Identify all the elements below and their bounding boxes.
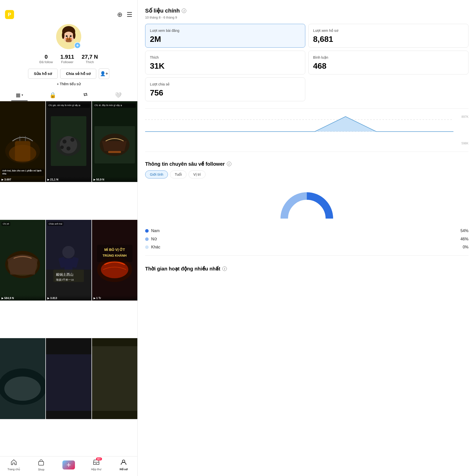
left-panel: P ⊕ ☰ <box>0 0 138 476</box>
date-range: 10 tháng 8 - 6 tháng 9 <box>145 16 468 19</box>
video-thumb[interactable]: ▶ 50,9 N Chị ơi, đây là món gì vậy ạ <box>92 101 137 182</box>
stat-followers: 1.911 Follower <box>60 54 74 64</box>
nav-create[interactable]: + <box>60 460 77 469</box>
svg-point-44 <box>101 261 128 278</box>
add-bio-link[interactable]: + Thêm tiểu sử <box>57 82 80 86</box>
header-icons: ⊕ ☰ <box>117 11 132 19</box>
svg-rect-52 <box>46 354 91 411</box>
video-thumb[interactable]: 戴锅土西山 海拔3千米一18 ▶ 3.813 Chào anh trai <box>46 220 91 301</box>
video-top-caption-3: Chị ơi, đây là món gì vậy ạ <box>93 103 136 108</box>
video-thumbnail-9 <box>92 338 137 419</box>
tab-row: ▦ ▾ 🔒 🤍 <box>0 89 137 101</box>
svg-point-50 <box>4 376 41 401</box>
metric-profile-views-label: Lượt xem hồ sơ <box>313 29 464 33</box>
tab-pills: Giới tính Tuổi Vị trí <box>145 170 468 178</box>
video-thumb[interactable]: ▶ 21,1 N Chị gái, cái này là món gì vậy … <box>46 101 91 182</box>
metric-shares: Lượt chia sẻ 756 <box>145 77 305 101</box>
menu-icon[interactable]: ☰ <box>127 11 132 19</box>
nav-home[interactable]: Trang chủ <box>5 459 23 471</box>
divider-3 <box>145 255 468 256</box>
legend-dot-nam <box>145 229 149 233</box>
dual-circle-icon[interactable]: ⊕ <box>117 11 123 19</box>
avatar-add-button[interactable]: + <box>74 42 81 49</box>
metrics-title: Số liệu chính <box>145 8 180 14</box>
metric-post-views-label: Lượt xem bài đăng <box>150 29 301 33</box>
video-overlay-3: ▶ 50,9 N <box>92 176 137 182</box>
svg-text:海拔3千米一18: 海拔3千米一18 <box>56 278 74 281</box>
legend-label-khac: Khác <box>151 245 160 249</box>
create-icon: + <box>62 460 75 469</box>
metric-profile-views: Lượt xem hồ sơ 8,681 <box>308 24 468 48</box>
legend-value-khac: 0% <box>463 245 468 249</box>
metrics-grid: Lượt xem bài đăng 2M Lượt xem hồ sơ 8,68… <box>145 24 468 74</box>
tab-grid[interactable]: ▦ ▾ <box>11 89 28 101</box>
metrics-info-icon[interactable]: i <box>182 9 186 13</box>
legend-items: Nam 54% Nữ 46% Khác 0% <box>145 229 468 249</box>
follower-info-icon[interactable]: i <box>227 162 231 166</box>
edit-profile-button[interactable]: Sửa hồ sơ <box>28 69 58 79</box>
video-overlay-6: ▶ 1 Tr <box>92 295 137 301</box>
nav-inbox[interactable]: 99+ Hộp thư <box>87 459 105 471</box>
share-profile-button[interactable]: Chia sẻ hồ sơ <box>60 69 96 79</box>
metric-likes: Thích 31K <box>145 51 305 74</box>
video-overlay-1: ▶ 3.697 <box>0 176 45 182</box>
inbox-icon: 99+ <box>93 459 100 467</box>
nav-home-label: Trang chủ <box>8 468 20 471</box>
divider-2 <box>145 152 468 152</box>
metric-comments-label: Bình luận <box>313 55 464 59</box>
legend-dot-khac <box>145 245 149 249</box>
stat-likes: 27,7 N Thích <box>82 54 98 64</box>
metric-likes-label: Thích <box>150 55 301 59</box>
video-top-caption-2: Chị gái, cái này là món gì vậy ạ <box>47 103 90 108</box>
video-grid: ▶ 3.697 Anh trai, bán cho em 1 phần mì l… <box>0 101 137 456</box>
right-panel: Số liệu chính i 10 tháng 8 - 6 tháng 9 L… <box>138 0 476 476</box>
dropdown-arrow: ▾ <box>22 93 23 97</box>
video-views-2: ▶ 21,1 N <box>47 178 90 181</box>
nav-profile[interactable]: Hồ sơ <box>115 459 132 471</box>
heart-outline-icon: 🤍 <box>115 92 122 99</box>
pill-gender[interactable]: Giới tính <box>145 170 168 178</box>
nav-inbox-label: Hộp thư <box>91 468 101 471</box>
nav-shop[interactable]: Shop <box>32 459 50 471</box>
likes-label: Thích <box>86 60 94 64</box>
video-thumb[interactable] <box>0 338 45 419</box>
video-thumb[interactable]: ▶ 584,9 N Chị ơi <box>0 220 45 301</box>
inbox-badge: 99+ <box>96 457 102 460</box>
video-thumbnail-2 <box>46 101 91 182</box>
activity-title-row: Thời gian hoạt động nhiều nhất i <box>145 266 468 272</box>
follower-label: Follower <box>61 60 73 64</box>
video-thumb[interactable] <box>92 338 137 419</box>
divider-1 <box>145 108 468 109</box>
add-friend-button[interactable]: 👤+ <box>99 68 109 79</box>
svg-point-11 <box>62 32 64 39</box>
grid-icon: ▦ <box>16 92 21 98</box>
chart-svg <box>145 115 453 145</box>
metric-post-views-value: 2M <box>150 35 301 44</box>
metric-profile-views-value: 8,681 <box>313 35 464 44</box>
metric-comments-value: 468 <box>313 61 464 71</box>
avatar-container: + <box>56 24 81 49</box>
svg-point-21 <box>63 140 67 144</box>
donut-svg <box>279 186 334 221</box>
video-views-5: ▶ 3.813 <box>47 297 90 300</box>
p-logo: P <box>5 10 14 19</box>
video-overlay-4: ▶ 584,9 N <box>0 295 45 301</box>
tab-lock[interactable]: 🔒 <box>45 89 61 101</box>
tab-liked[interactable]: 🤍 <box>110 89 126 101</box>
video-thumbnail-3 <box>92 101 137 182</box>
svg-point-24 <box>60 146 64 149</box>
pill-location[interactable]: Vị trí <box>188 170 206 178</box>
svg-rect-16 <box>15 141 30 161</box>
chart-labels: 897K 598K <box>461 115 468 145</box>
stat-follow: 0 Đã follow <box>39 54 53 64</box>
video-thumb[interactable]: MÌ BÒ VỊ ỚT TRÙNG KHÁNH ▶ 1 Tr <box>92 220 137 301</box>
shop-icon <box>38 459 44 467</box>
profile-section: + 0 Đã follow 1.911 Follower 27,7 N Thíc… <box>0 22 137 101</box>
activity-info-icon[interactable]: i <box>222 266 227 271</box>
tab-repost[interactable] <box>78 89 93 101</box>
video-caption-1: Anh trai, bán cho em 1 phần mì lạnh nha <box>2 169 44 176</box>
pill-age[interactable]: Tuổi <box>170 170 186 178</box>
video-thumb[interactable] <box>46 338 91 419</box>
video-thumb[interactable]: ▶ 3.697 Anh trai, bán cho em 1 phần mì l… <box>0 101 45 182</box>
svg-point-20 <box>60 136 77 153</box>
